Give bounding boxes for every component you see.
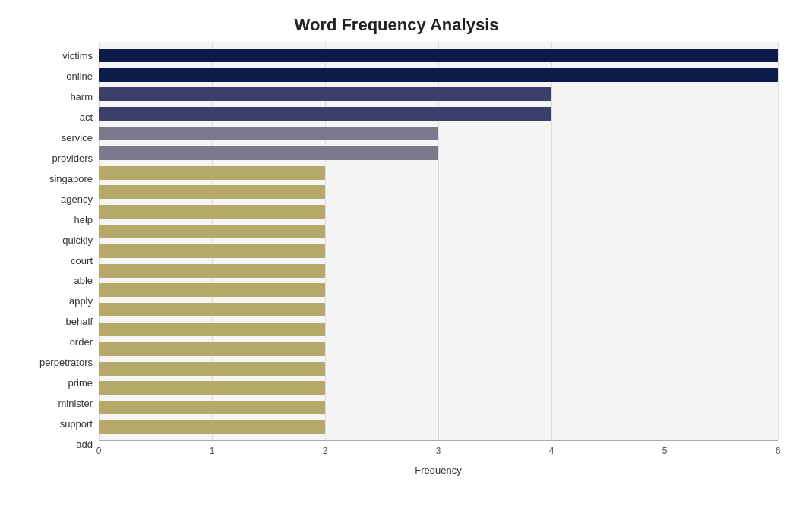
bar (99, 420, 325, 434)
bar (99, 381, 325, 395)
bar (99, 185, 325, 199)
chart-title: Word Frequency Analysis (15, 15, 778, 35)
bar (99, 49, 778, 62)
y-label: able (74, 270, 93, 291)
bar-row (99, 282, 778, 298)
bar (99, 264, 325, 278)
x-tick: 6 (776, 445, 781, 456)
x-axis-label: Frequency (99, 464, 778, 476)
bar (99, 342, 325, 356)
bar (99, 87, 551, 101)
y-label: agency (61, 189, 93, 209)
bar-row (99, 67, 778, 83)
x-tick: 1 (210, 445, 215, 456)
y-label: singapore (49, 168, 93, 189)
bar (99, 225, 325, 238)
x-tick: 2 (323, 445, 328, 456)
bar-row (99, 125, 778, 142)
bar (99, 401, 325, 414)
y-labels: victimsonlineharmactserviceproviderssing… (15, 42, 99, 476)
bar-row (99, 47, 778, 64)
bar (99, 146, 438, 160)
bar-row (99, 184, 778, 200)
y-label: harm (70, 87, 93, 107)
bars-and-xaxis: 0123456 Frequency (99, 42, 778, 476)
bar-row (99, 360, 778, 377)
chart-container: Word Frequency Analysis victimsonlinehar… (0, 0, 793, 532)
bar-row (99, 223, 778, 240)
bar (99, 107, 551, 121)
bar-row (99, 301, 778, 318)
bar (99, 283, 325, 297)
x-tick: 5 (662, 445, 668, 456)
y-label: act (80, 107, 93, 127)
y-label: add (76, 434, 93, 455)
y-label: prime (68, 373, 93, 393)
y-label: support (60, 414, 93, 434)
y-label: online (66, 66, 93, 87)
bar-row (99, 86, 778, 102)
bar-row (99, 341, 778, 357)
bar (99, 244, 325, 258)
bar-row (99, 379, 778, 396)
bar-row (99, 203, 778, 220)
y-label: help (74, 209, 93, 230)
bar-row (99, 321, 778, 338)
bar-row (99, 419, 778, 436)
bar (99, 303, 325, 316)
y-label: perpetrators (39, 352, 93, 373)
y-label: service (62, 127, 93, 148)
bar (99, 68, 778, 82)
x-axis: 0123456 (99, 440, 778, 463)
y-label: order (70, 332, 93, 352)
y-label: court (71, 250, 93, 271)
bars-section (99, 42, 778, 440)
y-label: victims (62, 46, 93, 66)
bar-row (99, 165, 778, 181)
bar (99, 323, 325, 336)
bar-row (99, 243, 778, 260)
x-tick: 4 (549, 445, 554, 456)
y-label: apply (69, 291, 93, 311)
chart-area: victimsonlineharmactserviceproviderssing… (15, 42, 778, 476)
x-tick: 3 (436, 445, 441, 456)
bar-row (99, 399, 778, 416)
x-tick: 0 (96, 445, 102, 456)
bar-row (99, 145, 778, 162)
bar-row (99, 105, 778, 122)
bar-row (99, 263, 778, 279)
grid-line (778, 42, 779, 440)
bar (99, 205, 325, 219)
y-label: quickly (62, 230, 93, 250)
bar (99, 166, 325, 180)
y-label: behalf (66, 311, 93, 332)
bar (99, 362, 325, 376)
y-label: minister (58, 393, 93, 414)
y-label: providers (52, 148, 93, 168)
bars-list (99, 42, 778, 440)
bar (99, 127, 438, 140)
